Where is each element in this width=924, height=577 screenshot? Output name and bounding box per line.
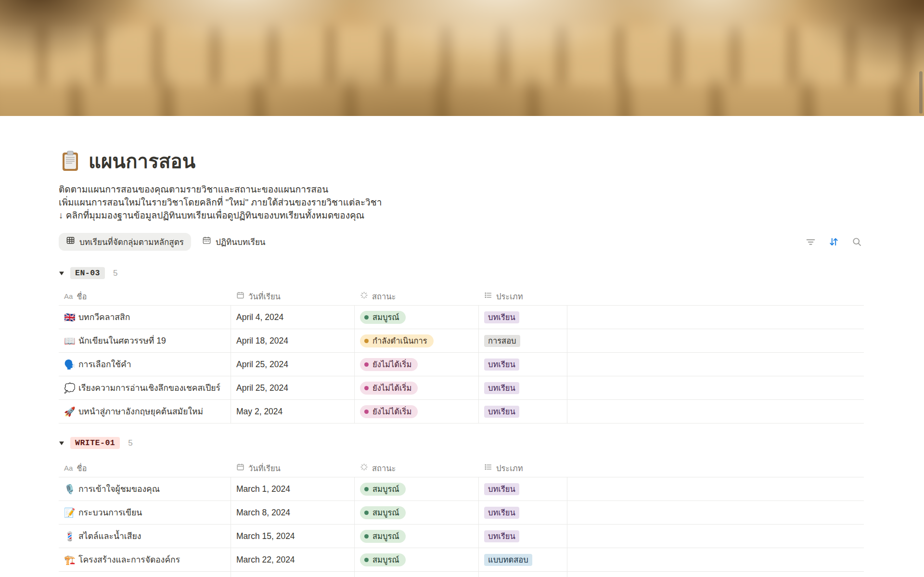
table-row: 📝 กระบวนการเขียน March 8, 2024 สมบูรณ์ บ… — [59, 501, 864, 525]
status-spinner-icon — [360, 291, 368, 301]
view-tab-label: บทเรียนที่จัดกลุ่มตามหลักสูตร — [79, 235, 184, 248]
cell-empty[interactable] — [567, 353, 864, 376]
cell-type[interactable]: บทเรียน — [479, 400, 567, 423]
cell-date[interactable]: March 1, 2024 — [231, 477, 355, 500]
column-header-status[interactable]: สถานะ — [355, 462, 479, 474]
cell-empty[interactable] — [567, 525, 864, 548]
cell-name[interactable]: 🎙️ การเข้าใจผู้ชมของคุณ — [59, 477, 231, 500]
group-count: 5 — [113, 269, 117, 278]
status-pill: สมบูรณ์ — [360, 553, 406, 566]
cell-type[interactable]: บทเรียน — [479, 306, 567, 329]
cell-status[interactable]: ยังไม่ได้เริ่ม — [355, 376, 479, 399]
table-row: 🚀 บทนำสู่ภาษาอังกฤษยุคต้นสมัยใหม่ May 2,… — [59, 400, 864, 423]
cell-date[interactable]: April 4, 2024 — [231, 306, 355, 329]
search-icon[interactable] — [852, 237, 862, 247]
cell-type[interactable]: บทเรียน — [479, 525, 567, 548]
column-header-type[interactable]: ประเภท — [479, 290, 567, 303]
cell-name[interactable]: 💭 เรียงความการอ่านเชิงลึกของเชคสเปียร์ — [59, 376, 231, 399]
type-tag: บทเรียน — [484, 507, 519, 519]
table-row: 🎙️ การเข้าใจผู้ชมของคุณ March 1, 2024 สม… — [59, 477, 864, 501]
text-type-icon: Aa — [64, 292, 73, 300]
status-pill: สมบูรณ์ — [360, 506, 406, 519]
cell-status[interactable]: ยังไม่ได้เริ่ม — [355, 400, 479, 423]
cell-status[interactable]: สมบูรณ์ — [355, 501, 479, 524]
cell-empty[interactable] — [567, 400, 864, 423]
cell-type[interactable]: การสอบ — [479, 329, 567, 352]
group-badge[interactable]: EN-03 — [70, 267, 105, 279]
cell-name[interactable]: 🚀 บทนำสู่ภาษาอังกฤษยุคต้นสมัยใหม่ — [59, 400, 231, 423]
cell-name[interactable]: 📖 นักเขียนในศตวรรษที่ 19 — [59, 329, 231, 352]
cell-name[interactable]: 📝 กระบวนการเขียน — [59, 501, 231, 524]
page-emoji: 🗣️ — [64, 360, 77, 369]
view-tab-label: ปฏิทินบทเรียน — [216, 235, 266, 248]
group-header-en03: EN-03 5 — [59, 267, 864, 280]
cell-status[interactable]: ยังไม่ได้เริ่ม — [355, 353, 479, 376]
column-header-name[interactable]: Aa ชื่อ — [59, 462, 231, 474]
group-header-write01: WRITE-01 5 — [59, 436, 864, 449]
collapse-triangle-icon[interactable] — [59, 441, 70, 446]
cell-empty[interactable] — [567, 572, 864, 577]
cell-empty[interactable] — [567, 376, 864, 399]
cell-empty[interactable] — [567, 329, 864, 352]
sort-icon[interactable] — [829, 237, 839, 247]
cell-status[interactable]: สมบูรณ์ — [355, 306, 479, 329]
cell-name[interactable]: 🇬🇧 บทกวีคลาสสิก — [59, 306, 231, 329]
type-tag: บทเรียน — [484, 359, 519, 371]
cell-type[interactable]: แบบทดสอบ — [479, 548, 567, 571]
table-header-row: Aa ชื่อ วันที่เรียน — [59, 287, 864, 306]
cell-status[interactable]: สมบูรณ์ — [355, 525, 479, 548]
cell-name[interactable]: 💈 สไตล์และน้ำเสียง — [59, 525, 231, 548]
cell-date[interactable]: April 18, 2024 — [231, 329, 355, 352]
type-tag: บทเรียน — [484, 406, 519, 418]
cell-status[interactable]: ยังไม่ได้เริ่ม — [355, 572, 479, 577]
cell-status[interactable]: สมบูรณ์ — [355, 477, 479, 500]
column-header-status[interactable]: สถานะ — [355, 290, 479, 303]
status-pill: ยังไม่ได้เริ่ม — [360, 405, 418, 418]
cell-status[interactable]: กำลังดำเนินการ — [355, 329, 479, 352]
type-tag: บทเรียน — [484, 311, 519, 323]
calendar-icon — [236, 463, 244, 473]
cell-date[interactable]: April 25, 2024 — [231, 353, 355, 376]
cell-date[interactable]: March 22, 2024 — [231, 548, 355, 571]
page-emoji: 🚀 — [64, 407, 77, 416]
cell-date[interactable]: March 8, 2024 — [231, 501, 355, 524]
type-tag: บทเรียน — [484, 382, 519, 394]
table-row: 💈 สไตล์และน้ำเสียง March 15, 2024 สมบูรณ… — [59, 525, 864, 548]
filter-icon[interactable] — [806, 237, 816, 247]
cover-image — [0, 0, 924, 116]
collapse-triangle-icon[interactable] — [59, 271, 70, 276]
cell-name[interactable]: 🏗️ โครงสร้างและการจัดองค์กร — [59, 548, 231, 571]
list-icon — [484, 291, 492, 301]
text-type-icon: Aa — [64, 464, 73, 472]
cell-type[interactable]: บทเรียน — [479, 353, 567, 376]
cell-empty[interactable] — [567, 306, 864, 329]
column-header-date[interactable]: วันที่เรียน — [231, 290, 355, 303]
column-header-type[interactable]: ประเภท — [479, 462, 567, 474]
group-badge[interactable]: WRITE-01 — [70, 437, 120, 449]
column-header-date[interactable]: วันที่เรียน — [231, 462, 355, 474]
cell-name[interactable]: 🕵️ การวิจัยและการอ้างอิง — [59, 572, 231, 577]
cell-date[interactable]: April 25, 2024 — [231, 376, 355, 399]
cell-empty[interactable] — [567, 548, 864, 571]
page-emoji: 💭 — [64, 384, 77, 393]
scrollbar-thumb[interactable] — [919, 71, 923, 114]
cell-type[interactable]: บทเรียน — [479, 501, 567, 524]
cell-empty[interactable] — [567, 501, 864, 524]
view-tab-lessons-by-course[interactable]: บทเรียนที่จัดกลุ่มตามหลักสูตร — [59, 233, 191, 251]
cell-date[interactable]: May 2, 2024 — [231, 400, 355, 423]
view-tab-lesson-calendar[interactable]: ปฏิทินบทเรียน — [195, 233, 273, 251]
cell-type[interactable]: บทเรียน — [479, 477, 567, 500]
cell-date[interactable]: March 29, 2024 — [231, 572, 355, 577]
cell-name[interactable]: 🗣️ การเลือกใช้คำ — [59, 353, 231, 376]
table-row: 📖 นักเขียนในศตวรรษที่ 19 April 18, 2024 … — [59, 329, 864, 353]
cell-date[interactable]: March 15, 2024 — [231, 525, 355, 548]
page-description-line: เพิ่มแผนการสอนใหม่ในรายวิชาโดยคลิกที่ "ใ… — [59, 196, 864, 209]
cell-type[interactable]: บทเรียน — [479, 376, 567, 399]
status-pill: ยังไม่ได้เริ่ม — [360, 382, 418, 395]
type-tag: การสอบ — [484, 335, 520, 347]
cell-type[interactable]: บทเรียน — [479, 572, 567, 577]
cell-status[interactable]: สมบูรณ์ — [355, 548, 479, 571]
column-header-name[interactable]: Aa ชื่อ — [59, 290, 231, 303]
table-row: 💭 เรียงความการอ่านเชิงลึกของเชคสเปียร์ A… — [59, 376, 864, 400]
cell-empty[interactable] — [567, 477, 864, 500]
